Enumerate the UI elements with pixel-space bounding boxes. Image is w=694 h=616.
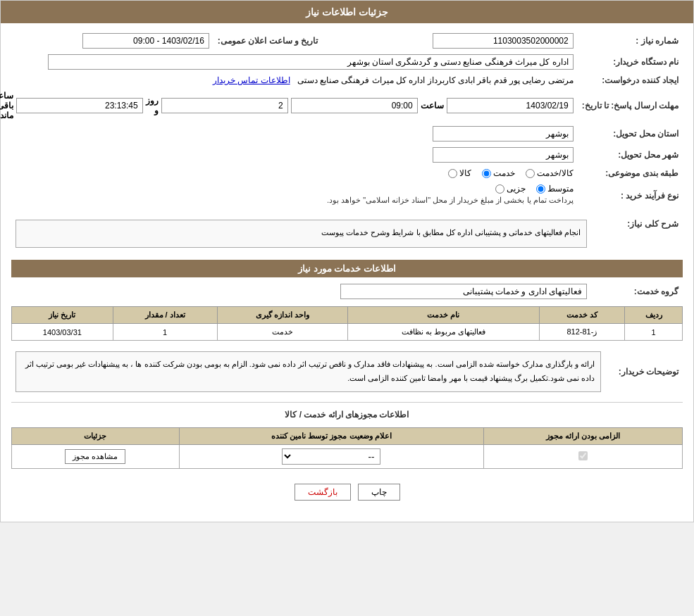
general-desc-value: انجام فعالیتهای خدماتی و پشتیبانی اداره … <box>11 213 591 254</box>
col-row-num: ردیف <box>625 307 683 324</box>
radio-kala-input[interactable] <box>448 169 457 178</box>
buyer-org-value: اداره کل میراث فرهنگی صنایع دستی و گردشگ… <box>0 51 578 73</box>
permit-status-select[interactable]: -- <box>282 448 380 465</box>
services-table: ردیف کد خدمت نام خدمت واحد اندازه گیری ت… <box>11 306 683 341</box>
requester-label: ایجاد کننده درخواست: <box>578 73 683 88</box>
city-value: بوشهر <box>0 144 578 165</box>
permit-col-required: الزامی بودن ارائه مجوز <box>484 427 683 444</box>
col-service-name: نام خدمت <box>348 307 539 324</box>
cell-service-code: ز-81-812 <box>539 324 625 341</box>
service-group-label: گروه خدمت: <box>591 281 683 302</box>
table-row: 1 ز-81-812 فعالیتهای مربوط به نظافت خدمت… <box>12 324 683 341</box>
col-quantity: تعداد / مقدار <box>113 307 217 324</box>
service-group-table: گروه خدمت: فعالیتهای اداری و خدمات پشتیب… <box>11 281 683 302</box>
general-desc-box: انجام فعالیتهای خدماتی و پشتیبانی اداره … <box>16 220 587 248</box>
partial-payment-note: پرداخت تمام یا بخشی از مبلغ خریدار از مح… <box>0 194 574 207</box>
permit-table: الزامی بودن ارائه مجوز اعلام وضعیت مجوز … <box>11 427 683 469</box>
province-label: استان محل تحویل: <box>578 123 683 144</box>
permit-details-cell: مشاهده مجوز <box>12 444 180 468</box>
requester-value: مرتضی رضایی پور قدم باقر ابادی کاربرداز … <box>0 73 578 88</box>
time-label: ساعت <box>421 101 444 111</box>
radio-motaset: متوسط <box>536 184 574 194</box>
radio-jozee-input[interactable] <box>495 184 504 194</box>
cell-service-name: فعالیتهای مربوط به نظافت <box>348 324 539 341</box>
buyer-org-label: نام دستگاه خریدار: <box>578 51 683 73</box>
view-permit-button[interactable]: مشاهده مجوز <box>65 449 125 464</box>
response-remaining-box: 23:13:45 <box>16 98 143 113</box>
city-label: شهر محل تحویل: <box>578 144 683 165</box>
col-date-needed: تاریخ نیاز <box>12 307 113 324</box>
permit-required-cell <box>484 444 683 468</box>
services-section-header: اطلاعات خدمات مورد نیاز <box>11 260 683 277</box>
radio-kala-khedmat-input[interactable] <box>526 169 535 178</box>
need-number-box: 1103003502000002 <box>433 33 574 49</box>
service-group-box: فعالیتهای اداری و خدمات پشتیبانی <box>340 284 587 299</box>
permit-table-row: -- مشاهده مجوز <box>12 444 683 468</box>
general-desc-label: شرح کلی نیاز: <box>591 213 683 254</box>
page-header: جزئیات اطلاعات نیاز <box>1 1 693 23</box>
main-info-table: شماره نیاز : 1103003502000002 تاریخ و سا… <box>0 30 683 210</box>
permit-col-details: جزئیات <box>12 427 180 444</box>
buyer-notes-box: ارائه و بارگذاری مدارک خواسته شده الزامی… <box>16 351 601 392</box>
description-table: شرح کلی نیاز: انجام فعالیتهای خدماتی و پ… <box>11 213 683 254</box>
permit-col-status: اعلام وضعیت مجوز توسط نامین کننده <box>179 427 483 444</box>
city-box: بوشهر <box>433 147 574 163</box>
col-unit: واحد اندازه گیری <box>217 307 348 324</box>
announce-date-box: 1403/02/16 - 09:00 <box>82 33 209 49</box>
purchase-type-row: متوسط جزیی پرداخت تمام یا بخشی از مبلغ خ… <box>0 181 578 210</box>
bottom-buttons: چاپ بازگشت <box>11 473 683 515</box>
category-label: طبقه بندی موضوعی: <box>578 165 683 181</box>
category-row: کالا/خدمت خدمت کالا <box>0 165 578 181</box>
radio-kala: کالا <box>448 168 471 178</box>
need-number-value: 1103003502000002 <box>326 30 578 51</box>
radio-jozee: جزیی <box>495 184 526 194</box>
announce-date-cell: 1403/02/16 - 09:00 <box>0 30 213 51</box>
need-number-label: شماره نیاز : <box>578 30 683 51</box>
permit-required-checkbox <box>578 451 588 460</box>
announce-label: تاریخ و ساعت اعلان عمومی: <box>213 30 326 51</box>
remaining-label: ساعت باقی مانده <box>0 91 13 120</box>
radio-motaset-input[interactable] <box>536 184 545 194</box>
cell-unit: خدمت <box>217 324 348 341</box>
cell-row-num: 1 <box>625 324 683 341</box>
contact-link[interactable]: اطلاعات تماس خریدار <box>213 75 290 85</box>
buyer-notes-value: ارائه و بارگذاری مدارک خواسته شده الزامی… <box>11 345 605 398</box>
buyer-notes-label: توضیحات خریدار: <box>605 345 683 398</box>
response-date-box: 1403/02/19 <box>447 98 574 113</box>
response-deadline-label: مهلت ارسال پاسخ: تا تاریخ: <box>578 88 683 123</box>
back-button[interactable]: بازگشت <box>295 484 351 501</box>
radio-kala-khedmat: کالا/خدمت <box>526 168 573 178</box>
province-box: بوشهر <box>433 126 574 142</box>
response-days-box: 2 <box>161 98 288 113</box>
cell-quantity: 1 <box>113 324 217 341</box>
permit-section-title: اطلاعات مجوزهای ارائه خدمت / کالا <box>11 406 683 423</box>
days-label: روز و <box>146 96 159 115</box>
province-value: بوشهر <box>0 123 578 144</box>
purchase-type-label: نوع فرآیند خرید : <box>578 181 683 210</box>
print-button[interactable]: چاپ <box>358 484 400 501</box>
cell-date-needed: 1403/03/31 <box>12 324 113 341</box>
radio-khedmat-input[interactable] <box>482 169 491 178</box>
response-deadline-row: 1403/02/19 ساعت 09:00 2 روز و 23:13:45 <box>0 88 578 123</box>
buyer-notes-table: توضیحات خریدار: ارائه و بارگذاری مدارک خ… <box>11 345 683 398</box>
service-group-value: فعالیتهای اداری و خدمات پشتیبانی <box>11 281 591 302</box>
response-time-box: 09:00 <box>291 98 418 113</box>
col-service-code: کد خدمت <box>539 307 625 324</box>
permit-status-cell: -- <box>179 444 483 468</box>
buyer-org-box: اداره کل میراث فرهنگی صنایع دستی و گردشگ… <box>48 54 573 70</box>
page-title: جزئیات اطلاعات نیاز <box>306 6 388 18</box>
radio-khedmat: خدمت <box>482 168 515 178</box>
